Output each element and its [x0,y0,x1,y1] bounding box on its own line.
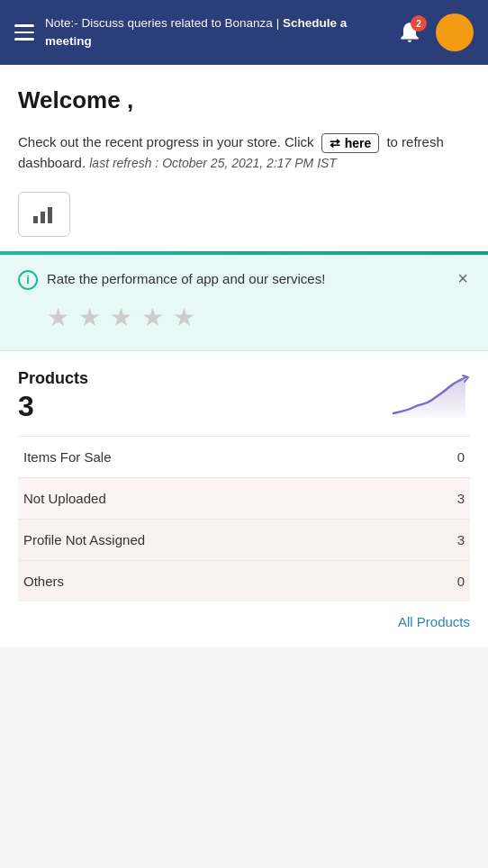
notification-badge: 2 [411,15,427,32]
all-products-row: All Products [0,601,488,647]
hamburger-button[interactable] [14,24,34,41]
welcome-title: Welcome , [18,86,470,114]
rating-header: i Rate the performance of app and our se… [18,269,470,290]
avatar[interactable] [436,14,474,51]
star-5[interactable]: ★ [173,303,195,332]
svg-rect-2 [48,207,52,223]
chart-thumbnail-button[interactable] [18,192,70,237]
stars-row: ★ ★ ★ ★ ★ [47,303,470,332]
bar-chart-icon [32,202,57,227]
products-section: Products 3 Items For Sale [0,351,488,601]
star-2[interactable]: ★ [78,303,101,332]
table-row: Profile Not Assigned 3 [18,519,470,560]
rating-text: Rate the performance of app and our serv… [47,269,447,290]
products-header: Products 3 [18,369,470,423]
info-icon: i [18,270,38,290]
table-row: Items For Sale 0 [18,436,470,477]
product-value: 0 [415,560,470,601]
refresh-here-button[interactable]: ⇄ here [321,133,380,153]
header-actions: 2 [393,14,474,51]
products-table: Items For Sale 0 Not Uploaded 3 Profile … [18,436,470,601]
header-note: Note:- Discuss queries related to Bonanz… [45,14,382,50]
product-value: 3 [415,519,470,560]
trend-chart [389,373,470,422]
welcome-section: Welcome , Check out the recent progress … [0,65,488,251]
header: Note:- Discuss queries related to Bonanz… [0,0,488,65]
product-value: 3 [415,477,470,519]
rating-close-button[interactable]: × [456,269,470,287]
product-label: Others [18,560,415,601]
star-4[interactable]: ★ [141,303,164,332]
product-value: 0 [415,436,470,477]
star-3[interactable]: ★ [110,303,132,332]
product-label: Items For Sale [18,436,415,477]
refresh-prompt: Check out the recent progress in your st… [18,132,470,174]
star-1[interactable]: ★ [47,303,69,332]
products-title: Products [18,369,88,388]
all-products-link[interactable]: All Products [398,614,470,629]
product-label: Profile Not Assigned [18,519,415,560]
products-count: 3 [18,390,88,423]
table-row: Not Uploaded 3 [18,477,470,519]
main-content: Welcome , Check out the recent progress … [0,65,488,647]
products-left: Products 3 [18,369,88,423]
svg-rect-1 [41,212,45,223]
last-refresh-text: last refresh : October 25, 2021, 2:17 PM… [89,156,337,170]
svg-rect-0 [33,216,38,223]
product-label: Not Uploaded [18,477,415,519]
rating-section: i Rate the performance of app and our se… [0,255,488,351]
notification-button[interactable]: 2 [393,15,427,50]
table-row: Others 0 [18,560,470,601]
